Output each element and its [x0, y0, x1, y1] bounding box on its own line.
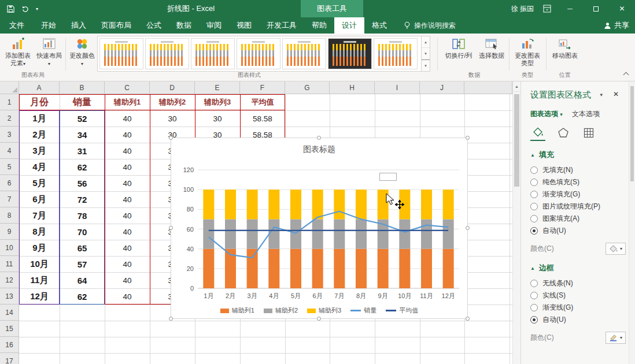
select-data-button[interactable]: 选择数据 [477, 36, 507, 72]
chart-resize-handle[interactable] [317, 317, 321, 321]
minimize-button[interactable]: ─ [557, 0, 583, 17]
chart-resize-handle[interactable] [169, 226, 173, 230]
gallery-more-icon[interactable]: ▼ [422, 60, 430, 71]
tell-me-search[interactable]: 操作说明搜索 [404, 17, 456, 34]
tab-file[interactable]: 文件 [0, 17, 34, 34]
row-header-14[interactable]: 14 [0, 304, 19, 321]
chart-style-thumbnail[interactable] [191, 38, 235, 69]
cell-header[interactable]: 辅助列3 [195, 94, 240, 110]
change-chart-type-button[interactable]: 更改图表类型 [512, 36, 542, 72]
undo-icon[interactable] [21, 5, 29, 13]
cell[interactable]: 7月 [19, 207, 60, 224]
pane-close-icon[interactable]: ✕ [613, 90, 619, 98]
cell-header[interactable]: 销量 [60, 94, 105, 110]
cell-header[interactable]: 辅助列2 [150, 94, 195, 110]
cell[interactable]: 40 [105, 207, 150, 224]
maximize-button[interactable] [583, 0, 609, 17]
user-name[interactable]: 徐 振国 [511, 4, 534, 14]
row-header-15[interactable]: 15 [0, 321, 19, 337]
ribbon-tab-5[interactable]: 数据 [169, 17, 199, 34]
change-colors-button[interactable]: 更改颜色▾ [68, 36, 97, 72]
tab-chart-options[interactable]: 图表选项 ▾ [530, 109, 563, 119]
row-header-2[interactable]: 2 [0, 110, 19, 127]
row-header-8[interactable]: 8 [0, 207, 19, 224]
gallery-up-icon[interactable]: ▲ [422, 36, 430, 48]
ribbon-tab-1[interactable]: 开始 [34, 17, 64, 34]
row-header-6[interactable]: 6 [0, 175, 19, 191]
column-header-B[interactable]: B [60, 81, 105, 94]
row-header-11[interactable]: 11 [0, 256, 19, 272]
cell[interactable]: 40 [105, 256, 150, 272]
select-all-corner[interactable] [0, 81, 19, 94]
cell[interactable]: 4月 [19, 159, 60, 175]
cell[interactable]: 40 [105, 191, 150, 207]
row-header-10[interactable]: 10 [0, 240, 19, 256]
switch-row-column-button[interactable]: 切换行/列 [442, 36, 475, 72]
chart-style-thumbnail[interactable] [145, 38, 189, 69]
radio-option[interactable]: 图案填充(A) [530, 213, 627, 225]
cell[interactable]: 30 [150, 110, 195, 127]
cell[interactable]: 64 [60, 272, 105, 288]
cell[interactable]: 40 [105, 127, 150, 143]
ribbon-tab-3[interactable]: 页面布局 [94, 17, 139, 34]
cell[interactable]: 65 [60, 240, 105, 256]
cell[interactable]: 10月 [19, 256, 60, 272]
save-icon[interactable] [7, 5, 14, 13]
cell[interactable]: 31 [60, 143, 105, 159]
gallery-down-icon[interactable]: ▼ [422, 48, 430, 60]
row-header-17[interactable]: 17 [0, 353, 19, 364]
chart-style-thumbnail[interactable] [328, 38, 372, 69]
cell[interactable]: 40 [105, 288, 150, 304]
radio-option[interactable]: 渐变填充(G) [530, 188, 627, 200]
column-header-C[interactable]: C [105, 81, 150, 94]
cell[interactable]: 40 [105, 224, 150, 240]
chart-plot[interactable]: 0204060801001201月2月3月4月5月6月7月8月9月10月11月1… [171, 159, 468, 301]
ribbon-tab-10[interactable]: 设计 [334, 17, 364, 34]
sheet-scrollbar-thumb[interactable] [514, 94, 519, 187]
fill-line-icon[interactable] [530, 125, 545, 141]
cell[interactable]: 40 [105, 272, 150, 288]
size-properties-icon[interactable] [581, 125, 596, 141]
cell[interactable]: 40 [105, 240, 150, 256]
effects-icon[interactable] [556, 125, 571, 141]
cell[interactable]: 8月 [19, 224, 60, 240]
pane-options-chevron-icon[interactable]: ▾ [600, 92, 603, 98]
column-header-G[interactable]: G [285, 81, 330, 94]
chart-resize-handle[interactable] [169, 136, 173, 140]
qat-customize-chevron-icon[interactable]: ▾ [36, 6, 38, 12]
ribbon-display-options-icon[interactable] [543, 5, 551, 13]
cell[interactable]: 6月 [19, 191, 60, 207]
row-header-16[interactable]: 16 [0, 337, 19, 353]
radio-option[interactable]: 实线(S) [530, 289, 627, 302]
cell[interactable]: 58.58 [240, 110, 285, 127]
cell[interactable]: 2月 [19, 127, 60, 143]
chart-resize-handle[interactable] [466, 226, 470, 230]
add-chart-element-button[interactable]: 添加图表元素▾ [2, 36, 34, 72]
chart-resize-handle[interactable] [317, 136, 321, 140]
cell[interactable]: 62 [60, 159, 105, 175]
radio-option[interactable]: 无线条(N) [530, 277, 627, 289]
chart-title[interactable]: 图表标题 [171, 144, 467, 155]
line-color-button[interactable]: ▾ [606, 332, 626, 344]
ribbon-tab-8[interactable]: 开发工具 [259, 17, 304, 34]
radio-option[interactable]: 渐变线(G) [530, 302, 627, 314]
row-header-9[interactable]: 9 [0, 224, 19, 240]
row-header-1[interactable]: 1 [0, 94, 19, 110]
column-header-E[interactable]: E [195, 81, 240, 94]
chart-style-thumbnail[interactable] [237, 38, 280, 69]
cell[interactable]: 72 [60, 191, 105, 207]
pane-scrollbar[interactable] [629, 81, 635, 364]
section-header-border[interactable]: ▲边框 [530, 263, 627, 273]
scroll-up-icon[interactable]: ▲ [513, 81, 520, 92]
column-header-F[interactable]: F [240, 81, 285, 94]
chart-resize-handle[interactable] [466, 136, 470, 140]
row-header-7[interactable]: 7 [0, 191, 19, 207]
legend-item[interactable]: 辅助列3 [307, 306, 341, 315]
legend-item[interactable]: 销量 [350, 306, 376, 315]
cell[interactable]: 12月 [19, 288, 60, 304]
chart-area[interactable]: 图表标题 0204060801001201月2月3月4月5月6月7月8月9月10… [171, 138, 468, 319]
cell[interactable]: 3月 [19, 143, 60, 159]
tab-text-options[interactable]: 文本选项 [572, 109, 600, 119]
ribbon-tab-11[interactable]: 格式 [364, 17, 394, 34]
column-header-D[interactable]: D [150, 81, 195, 94]
